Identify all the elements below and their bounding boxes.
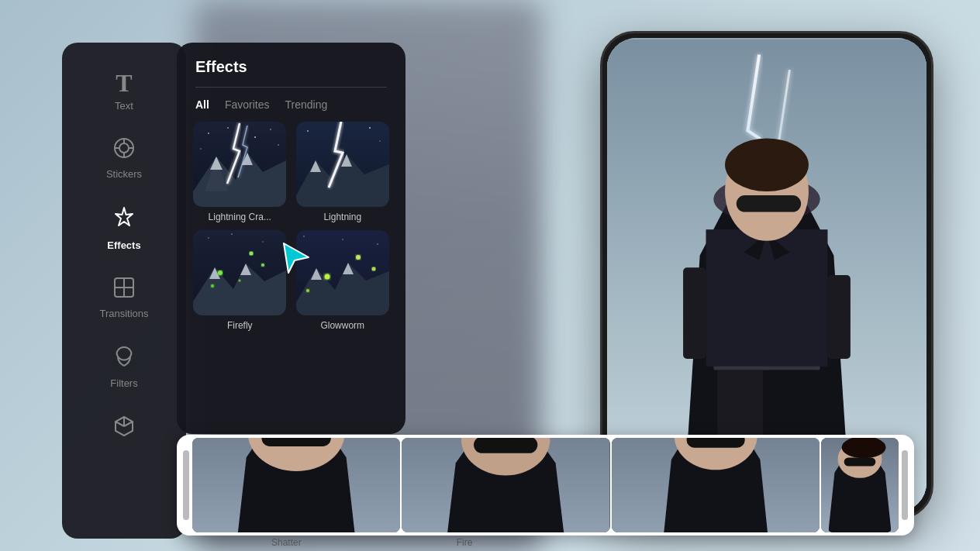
- svg-point-40: [307, 130, 309, 132]
- svg-point-69: [371, 267, 375, 271]
- svg-point-16: [119, 143, 129, 153]
- sidebar-item-stickers-label: Stickers: [106, 168, 142, 180]
- svg-rect-80: [474, 438, 537, 453]
- panel-tabs: All Favorites Trending: [177, 88, 405, 122]
- sidebar-item-stickers[interactable]: Stickers: [62, 124, 186, 192]
- effect-lightning-crack-thumbnail: [193, 122, 286, 207]
- svg-point-57: [261, 263, 264, 267]
- tab-trending[interactable]: Trending: [285, 98, 327, 111]
- svg-point-66: [324, 274, 330, 280]
- svg-point-43: [379, 140, 381, 142]
- timeline-frame-2: [402, 438, 609, 532]
- svg-point-56: [211, 284, 214, 288]
- cursor-arrow: [281, 240, 312, 271]
- sidebar-item-text-label: Text: [115, 100, 133, 112]
- timeline-frame-1: [192, 438, 400, 532]
- timeline-handle-right[interactable]: [902, 450, 908, 520]
- svg-point-34: [278, 144, 279, 146]
- svg-point-58: [239, 280, 241, 282]
- effect-firefly[interactable]: Firefly: [192, 230, 288, 331]
- svg-point-67: [356, 255, 361, 260]
- svg-point-48: [208, 237, 209, 239]
- timeline-label-shatter: Shatter: [271, 537, 302, 548]
- svg-rect-90: [844, 457, 876, 466]
- panel-header: Effects: [177, 43, 405, 76]
- timeline-handle-left[interactable]: [183, 450, 189, 520]
- svg-line-26: [124, 422, 133, 426]
- svg-point-42: [369, 127, 371, 129]
- text-icon: T: [116, 71, 132, 95]
- timeline-strip[interactable]: [177, 435, 914, 536]
- svg-point-54: [218, 270, 223, 275]
- sidebar-item-text[interactable]: T Text: [62, 58, 186, 124]
- svg-point-61: [342, 239, 343, 240]
- sidebar-item-filters-label: Filters: [110, 377, 137, 389]
- timeline-frame-4: [821, 438, 899, 532]
- svg-point-13: [725, 138, 809, 191]
- svg-point-68: [306, 289, 309, 292]
- svg-rect-85: [686, 438, 744, 448]
- svg-rect-9: [706, 229, 828, 367]
- tab-all[interactable]: All: [195, 98, 209, 111]
- tab-favorites[interactable]: Favorites: [225, 98, 270, 111]
- effect-glowworm-label: Glowworm: [320, 320, 364, 331]
- transitions-icon: [112, 276, 136, 303]
- svg-marker-70: [284, 243, 309, 273]
- sidebar-item-transitions-label: Transitions: [99, 308, 148, 319]
- timeline-frame-3: [612, 438, 820, 532]
- filters-icon: [112, 344, 136, 373]
- sidebar-item-3d[interactable]: [62, 401, 186, 453]
- effects-grid: Lightning Cra...: [177, 122, 405, 346]
- svg-point-33: [200, 148, 202, 150]
- svg-point-32: [270, 129, 271, 130]
- svg-rect-14: [737, 195, 801, 212]
- svg-rect-75: [261, 438, 330, 446]
- svg-point-55: [250, 252, 254, 256]
- sidebar: T Text Stickers Effects: [62, 43, 186, 539]
- cube-icon: [112, 414, 136, 441]
- effect-lightning-label: Lightning: [323, 212, 361, 222]
- sidebar-item-filters[interactable]: Filters: [62, 332, 186, 401]
- sidebar-item-effects-label: Effects: [107, 239, 140, 251]
- svg-point-60: [303, 236, 305, 237]
- effect-firefly-thumbnail: [193, 230, 286, 315]
- svg-point-30: [227, 127, 229, 129]
- effect-lightning-thumbnail: [296, 122, 389, 207]
- svg-point-49: [231, 233, 233, 235]
- effect-lightning-crack[interactable]: Lightning Cra...: [192, 122, 288, 222]
- panel-title: Effects: [195, 58, 387, 76]
- effect-firefly-label: Firefly: [227, 320, 253, 331]
- svg-point-50: [262, 241, 264, 243]
- sidebar-item-transitions[interactable]: Transitions: [62, 263, 186, 332]
- effect-lightning[interactable]: Lightning: [295, 122, 391, 222]
- svg-rect-4: [683, 267, 706, 359]
- effect-lightning-crack-label: Lightning Cra...: [209, 212, 271, 222]
- effects-panel: Effects All Favorites Trending: [177, 43, 405, 434]
- timeline-label-fire: Fire: [457, 537, 473, 548]
- effects-icon: [111, 205, 137, 235]
- svg-point-29: [208, 133, 209, 134]
- sidebar-item-effects[interactable]: Effects: [62, 192, 186, 263]
- timeline-frames: [192, 438, 899, 532]
- stickers-icon: [112, 136, 136, 164]
- svg-point-62: [377, 243, 378, 245]
- svg-rect-5: [827, 275, 850, 359]
- svg-line-27: [116, 422, 124, 426]
- svg-point-31: [254, 136, 256, 138]
